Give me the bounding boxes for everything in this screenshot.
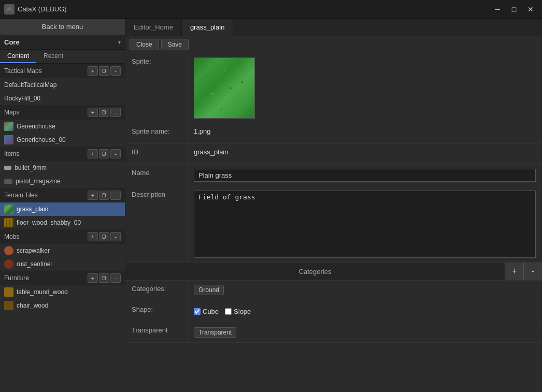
categories-remove-button[interactable]: - [523,263,542,280]
cube-label: Cube [203,308,219,315]
slope-label: Slope [234,308,251,315]
name-row: Name [125,165,542,186]
titlebar: 🎮 CataX (DEBUG) ─ □ ✕ [0,0,542,19]
list-item[interactable]: floor_wood_shabby_00 [0,216,125,229]
items-add-button[interactable]: + [88,149,98,158]
category-tag[interactable]: Ground [194,285,224,295]
item-label: Generichouse [17,123,121,130]
maps-add-button[interactable]: + [88,108,98,117]
maps-remove-button[interactable]: - [110,108,121,117]
name-input[interactable] [194,169,536,182]
maps-d-button[interactable]: D [99,108,109,117]
sprite-name-value: 1.png [188,123,542,143]
terrain-tiles-label: Terrain Tiles [4,192,38,199]
slope-checkbox[interactable] [225,308,232,315]
maximize-button[interactable]: □ [507,3,521,16]
shape-value: Cube Slope [188,301,542,322]
list-item[interactable]: scrapwalker [0,244,125,257]
sprite-image[interactable] [194,57,255,119]
main-layout: Back to menu Core ▾ Content Recent Tacti… [0,19,542,392]
tactical-maps-remove-button[interactable]: - [110,66,121,76]
list-item[interactable]: rust_sentinel [0,257,125,271]
sprite-name-row: Sprite name: 1.png [125,123,542,144]
table-icon [4,287,13,297]
slope-checkbox-wrap[interactable]: Slope [225,308,251,315]
categories-field-value: Ground [188,281,542,301]
chair-icon [4,301,13,310]
item-label: grass_plain [17,206,121,213]
list-item-grass-plain[interactable]: grass_plain [0,202,125,216]
section-mobs: Mobs + D - [0,229,125,244]
right-panel: Editor_Home grass_plain Close Save Sprit… [125,19,542,392]
list-item[interactable]: RockyHill_00 [0,92,125,105]
app-icon: 🎮 [4,4,15,14]
furniture-remove-button[interactable]: - [110,273,121,283]
back-to-menu-button[interactable]: Back to menu [0,19,125,35]
sprite-label: Sprite: [125,53,188,123]
terrain-tiles-d-button[interactable]: D [99,191,109,200]
terrain-tiles-add-button[interactable]: + [88,191,98,200]
transparent-tag[interactable]: Transparent [194,327,236,338]
shape-row: Shape: Cube Slope [125,301,542,322]
items-remove-button[interactable]: - [110,149,121,158]
list-item[interactable]: Generichouse [0,120,125,133]
item-label: chair_wood [17,302,121,309]
terrain-tiles-remove-button[interactable]: - [110,191,121,200]
minimize-button[interactable]: ─ [490,3,505,16]
furniture-buttons: + D - [88,273,121,283]
sidebar-tabs: Content Recent [0,50,125,64]
categories-add-button[interactable]: + [505,263,523,280]
list-item[interactable]: pistol_magazine [0,175,125,188]
name-label: Name [125,165,188,186]
titlebar-left: 🎮 CataX (DEBUG) [4,4,67,14]
description-label: Description [125,186,188,262]
house-icon [4,122,13,131]
sidebar-scroll: Tactical Maps + D - DefaultTacticalMap R… [0,64,125,392]
mobs-d-button[interactable]: D [99,232,109,241]
close-button[interactable]: Close [130,39,159,50]
sprite-row: Sprite: [125,53,542,123]
rust-icon [4,259,13,269]
core-label: Core [4,38,20,46]
item-label: bullet_9mm [15,164,121,171]
cube-checkbox-wrap[interactable]: Cube [194,308,219,315]
sidebar: Back to menu Core ▾ Content Recent Tacti… [0,19,125,392]
items-label: Items [4,150,19,157]
cube-checkbox[interactable] [194,308,201,315]
items-d-button[interactable]: D [99,149,109,158]
furniture-d-button[interactable]: D [99,273,109,283]
tab-content[interactable]: Content [0,50,36,63]
item-label: rust_sentinel [17,260,121,268]
editor-content: Sprite: Sprite name: 1.png ID: grass_pla… [125,53,542,392]
shape-label: Shape: [125,301,188,322]
tactical-maps-add-button[interactable]: + [88,66,98,76]
tab-grass-plain[interactable]: grass_plain [182,19,234,36]
mobs-buttons: + D - [88,232,121,241]
tab-recent[interactable]: Recent [36,50,70,63]
name-value [188,165,542,186]
mobs-remove-button[interactable]: - [110,232,121,241]
list-item[interactable]: Generichouse_00 [0,133,125,147]
list-item[interactable]: bullet_9mm [0,161,125,175]
save-button[interactable]: Save [161,39,189,50]
categories-header: Categories + - [125,263,542,281]
furniture-add-button[interactable]: + [88,273,98,283]
item-label: RockyHill_00 [4,95,121,102]
description-row: Description Field of grass [125,186,542,263]
house2-icon [4,135,13,144]
tab-editor-home[interactable]: Editor_Home [125,19,182,36]
terrain-tiles-buttons: + D - [88,191,121,200]
list-item[interactable]: chair_wood [0,299,125,312]
close-button[interactable]: ✕ [523,3,538,16]
section-items: Items + D - [0,147,125,161]
tactical-maps-d-button[interactable]: D [99,66,109,76]
mobs-add-button[interactable]: + [88,232,98,241]
items-buttons: + D - [88,149,121,158]
id-value: grass_plain [188,144,542,164]
list-item[interactable]: table_round_wood [0,285,125,299]
list-item[interactable]: DefaultTacticalMap [0,78,125,92]
categories-section-label: Categories [125,264,505,280]
description-input[interactable]: Field of grass [194,191,536,258]
core-header: Core ▾ [0,35,125,50]
section-tactical-maps: Tactical Maps + D - [0,64,125,78]
